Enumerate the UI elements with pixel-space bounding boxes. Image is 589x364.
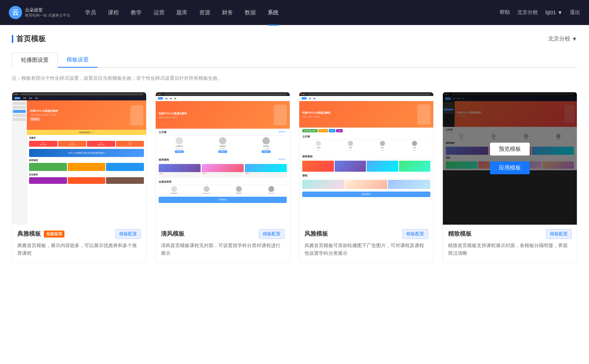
template-preview-elegant2: 托福TPO1-54真题及解析 口语 ○○语法 ○多语法 最新课程备考基础 科目分… [299, 92, 433, 225]
apply-btn-refined[interactable]: 应用模板 [490, 161, 530, 174]
template-name-refined: 精致模板 [448, 230, 472, 238]
logo-text: 云朵设堂 教育机构一站 式服务云平台 [25, 7, 70, 18]
nav-right: 帮助 北京分校 lijt01 ▼ 退出 [500, 9, 580, 16]
nav-item-system[interactable]: 系统 [268, 8, 279, 18]
template-card-fresh: 托福TPO1-54真题及解析 口语 口语语法 ○多语法 公开课查看更多 › [155, 92, 290, 263]
navbar: 云 云朵设堂 教育机构一站 式服务云平台 学员 课程 教学 运营 题库 资源 财… [0, 0, 589, 25]
template-desc-elegant: 典雅首页模板，展示内容较多，可以展示优惠券和多个推荐课程 [17, 242, 141, 257]
template-name-fresh: 清风模板 [161, 230, 184, 238]
template-preview-elegant: 托福TPO1-54真题及解析 口语 口语语法 ○多语法 ○练习题 立即报名 [12, 92, 146, 225]
template-info-refined: 精致模板 模板配置 精致首页模板支持课程展示封面，各模板分隔明显，界面简洁清晰 [443, 225, 577, 263]
template-preview-fresh: 托福TPO1-54真题及解析 口语 口语语法 ○多语法 公开课查看更多 › [156, 92, 290, 225]
nav-item-resources[interactable]: 资源 [199, 8, 210, 18]
nav-item-operations[interactable]: 运营 [154, 8, 165, 18]
page-header: 首页模板 北京分校 ▼ [12, 34, 577, 44]
nav-item-data[interactable]: 数据 [245, 8, 256, 18]
template-preview-refined: 托福TPO1-54真题及解析 ○○语法 ○课程 公开课› [443, 92, 577, 225]
template-info-fresh: 清风模板 模板配置 清风首页模板课程无封面，可设置按学科分类对课程进行展示 [156, 225, 290, 263]
chevron-down-icon: ▼ [572, 36, 577, 42]
nav-item-students[interactable]: 学员 [85, 8, 96, 18]
config-btn-fresh[interactable]: 模板配置 [259, 229, 285, 239]
config-btn-refined[interactable]: 模板配置 [546, 229, 572, 239]
config-btn-elegant[interactable]: 模板配置 [115, 229, 141, 239]
preview-btn-refined[interactable]: 预览模板 [490, 143, 530, 156]
logo-icon: 云 [9, 6, 22, 19]
template-card-elegant2: 托福TPO1-54真题及解析 口语 ○○语法 ○多语法 最新课程备考基础 科目分… [299, 92, 434, 263]
nav-item-courses[interactable]: 课程 [108, 8, 119, 18]
branch-selector[interactable]: 北京分校 ▼ [548, 35, 577, 42]
tabs-container: 轮播图设置 模板设置 [12, 53, 577, 68]
template-title-row-elegant: 典雅模板 当前应用 模板配置 [17, 229, 141, 239]
nav-help[interactable]: 帮助 [500, 9, 510, 16]
template-title-row-fresh: 清风模板 模板配置 [161, 229, 285, 239]
template-card-elegant: 托福TPO1-54真题及解析 口语 口语语法 ○多语法 ○练习题 立即报名 [12, 92, 147, 263]
template-info-elegant2: 风雅模板 模板配置 风雅首页模板可添加轮播图下广告图片，可对课程及课程包设置学科… [299, 225, 433, 263]
nav-branch[interactable]: 北京分校 [517, 9, 538, 16]
apply-btn-fresh[interactable]: 应用模板 [203, 161, 243, 174]
nav-item-finance[interactable]: 财务 [222, 8, 233, 18]
preview-btn-fresh[interactable]: 预览模板 [203, 143, 243, 156]
apply-btn-elegant[interactable]: 应用模板 [59, 161, 99, 174]
template-card-refined: 托福TPO1-54真题及解析 ○○语法 ○课程 公开课› [442, 92, 577, 263]
tab-carousel[interactable]: 轮播图设置 [12, 53, 58, 68]
nav-item-teaching[interactable]: 教学 [131, 8, 142, 18]
template-desc-refined: 精致首页模板支持课程展示封面，各模板分隔明显，界面简洁清晰 [448, 242, 572, 257]
current-badge: 当前应用 [44, 231, 64, 238]
template-name-elegant2: 风雅模板 [304, 230, 328, 238]
page-content: 首页模板 北京分校 ▼ 轮播图设置 模板设置 注：模板有部分个性化样式设置，设置… [0, 25, 589, 364]
preview-btn-elegant2[interactable]: 预览模板 [346, 143, 386, 156]
template-title-row-refined: 精致模板 模板配置 [448, 229, 572, 239]
nav-logo[interactable]: 云 云朵设堂 教育机构一站 式服务云平台 [9, 6, 70, 19]
nav-user[interactable]: lijt01 ▼ [545, 10, 562, 15]
template-title-row-elegant2: 风雅模板 模板配置 [304, 229, 428, 239]
template-name-elegant: 典雅模板 当前应用 [17, 230, 64, 238]
template-desc-fresh: 清风首页模板课程无封面，可设置按学科分类对课程进行展示 [161, 242, 285, 257]
templates-grid: 托福TPO1-54真题及解析 口语 口语语法 ○多语法 ○练习题 立即报名 [12, 92, 577, 263]
title-bar-decoration [12, 35, 13, 43]
preview-btn-elegant[interactable]: 预览模板 [59, 143, 99, 156]
template-info-elegant: 典雅模板 当前应用 模板配置 典雅首页模板，展示内容较多，可以展示优惠券和多个推… [12, 225, 146, 263]
template-overlay-refined: 预览模板 应用模板 [443, 92, 577, 225]
nav-menu: 学员 课程 教学 运营 题库 资源 财务 数据 系统 [85, 8, 500, 18]
nav-logout[interactable]: 退出 [570, 9, 580, 16]
tab-template[interactable]: 模板设置 [58, 53, 98, 68]
note-text: 注：模板有部分个性化样式设置，设置后仅当前模板生效；非个性化样式设置后针对所有模… [12, 75, 577, 82]
config-btn-elegant2[interactable]: 模板配置 [402, 229, 428, 239]
apply-btn-elegant2[interactable]: 应用模板 [346, 161, 386, 174]
page-title: 首页模板 [12, 34, 46, 44]
template-desc-elegant2: 风雅首页模板可添加轮播图下广告图片，可对课程及课程包设置学科分类展示 [304, 242, 428, 257]
nav-item-questions[interactable]: 题库 [176, 8, 187, 18]
